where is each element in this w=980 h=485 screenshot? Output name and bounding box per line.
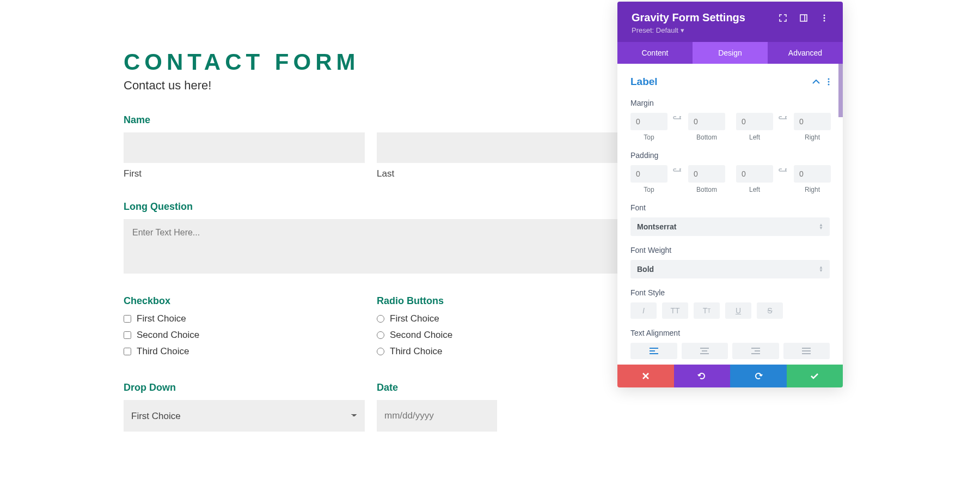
align-right-button[interactable] [732, 343, 779, 359]
form-title: CONTACT FORM [124, 49, 618, 75]
dropdown-label: Drop Down [124, 382, 365, 393]
font-label: Font [630, 203, 830, 212]
more-icon[interactable] [820, 14, 829, 22]
padding-label: Padding [630, 151, 830, 160]
form-preview: CONTACT FORM Contact us here! Name First… [0, 0, 618, 432]
checkbox-2[interactable] [124, 331, 131, 339]
tab-advanced[interactable]: Advanced [768, 42, 843, 64]
align-label: Text Alignment [630, 329, 830, 337]
radio-1-label: First Choice [390, 313, 439, 324]
panel-title: Gravity Form Settings [632, 11, 745, 24]
margin-right-input[interactable] [794, 113, 831, 130]
preset-dropdown[interactable]: Preset: Default▾ [632, 26, 829, 34]
svg-point-3 [824, 17, 825, 19]
link-icon[interactable] [776, 113, 791, 122]
margin-label: Margin [630, 99, 830, 107]
style-label: Font Style [630, 288, 830, 297]
link-icon[interactable] [776, 165, 791, 174]
chevron-up-icon[interactable] [812, 80, 820, 84]
last-name-input[interactable] [377, 132, 618, 163]
checkbox-1[interactable] [124, 315, 131, 323]
font-select[interactable]: Montserrat▲▼ [630, 217, 830, 236]
radio-3-label: Third Choice [390, 346, 442, 357]
date-label: Date [377, 382, 618, 393]
long-question-label: Long Question [124, 201, 618, 213]
dropdown-select[interactable]: First Choice [124, 400, 365, 432]
select-arrows-icon: ▲▼ [819, 223, 823, 230]
margin-left-sublabel: Left [749, 134, 760, 141]
padding-left-input[interactable] [736, 165, 773, 183]
margin-top-sublabel: Top [644, 134, 654, 141]
scrollbar[interactable] [838, 64, 843, 117]
first-name-input[interactable] [124, 132, 365, 163]
link-icon[interactable] [671, 165, 685, 174]
svg-point-6 [828, 81, 830, 83]
last-sublabel: Last [377, 168, 618, 179]
svg-rect-0 [800, 15, 807, 21]
margin-bottom-input[interactable] [688, 113, 725, 130]
tab-content[interactable]: Content [617, 42, 693, 64]
date-input[interactable] [377, 400, 497, 432]
section-more-icon[interactable] [828, 78, 830, 86]
link-icon[interactable] [671, 113, 685, 122]
layout-icon[interactable] [799, 14, 808, 22]
long-question-textarea[interactable] [124, 219, 618, 274]
first-sublabel: First [124, 168, 365, 179]
caret-down-icon: ▾ [681, 26, 684, 34]
radio-1[interactable] [377, 315, 384, 323]
align-justify-button[interactable] [783, 343, 830, 359]
name-label: Name [124, 114, 618, 126]
checkbox-label: Checkbox [124, 295, 365, 307]
margin-right-sublabel: Right [805, 134, 820, 141]
underline-button[interactable]: U [725, 302, 751, 319]
italic-button[interactable]: I [630, 302, 657, 319]
margin-top-input[interactable] [630, 113, 667, 130]
checkbox-3[interactable] [124, 348, 131, 355]
svg-point-7 [828, 84, 830, 86]
undo-button[interactable] [674, 365, 731, 387]
expand-icon[interactable] [779, 14, 787, 22]
radio-2-label: Second Choice [390, 330, 452, 341]
padding-right-input[interactable] [794, 165, 831, 183]
radio-2[interactable] [377, 331, 384, 339]
margin-left-input[interactable] [736, 113, 773, 130]
strikethrough-button[interactable]: S [757, 302, 783, 319]
settings-panel: Gravity Form Settings Preset: Default▾ C… [617, 2, 843, 387]
checkbox-3-label: Third Choice [137, 346, 189, 357]
padding-bottom-input[interactable] [688, 165, 725, 183]
redo-button[interactable] [730, 365, 787, 387]
cancel-button[interactable] [617, 365, 674, 387]
tab-design[interactable]: Design [693, 42, 768, 64]
radio-3[interactable] [377, 348, 384, 355]
padding-top-input[interactable] [630, 165, 667, 183]
radio-label: Radio Buttons [377, 295, 618, 307]
form-subtitle: Contact us here! [124, 78, 618, 93]
align-left-button[interactable] [630, 343, 677, 359]
smallcaps-button[interactable]: TT [694, 302, 720, 319]
svg-point-5 [828, 78, 830, 80]
uppercase-button[interactable]: TT [662, 302, 688, 319]
svg-point-2 [824, 14, 825, 16]
checkbox-2-label: Second Choice [137, 330, 199, 341]
align-center-button[interactable] [682, 343, 728, 359]
save-button[interactable] [787, 365, 843, 387]
svg-point-4 [824, 20, 825, 21]
section-title: Label [630, 76, 658, 88]
checkbox-1-label: First Choice [137, 313, 186, 324]
margin-bottom-sublabel: Bottom [696, 134, 717, 141]
weight-select[interactable]: Bold▲▼ [630, 260, 830, 278]
select-arrows-icon: ▲▼ [819, 266, 823, 272]
weight-label: Font Weight [630, 246, 830, 254]
